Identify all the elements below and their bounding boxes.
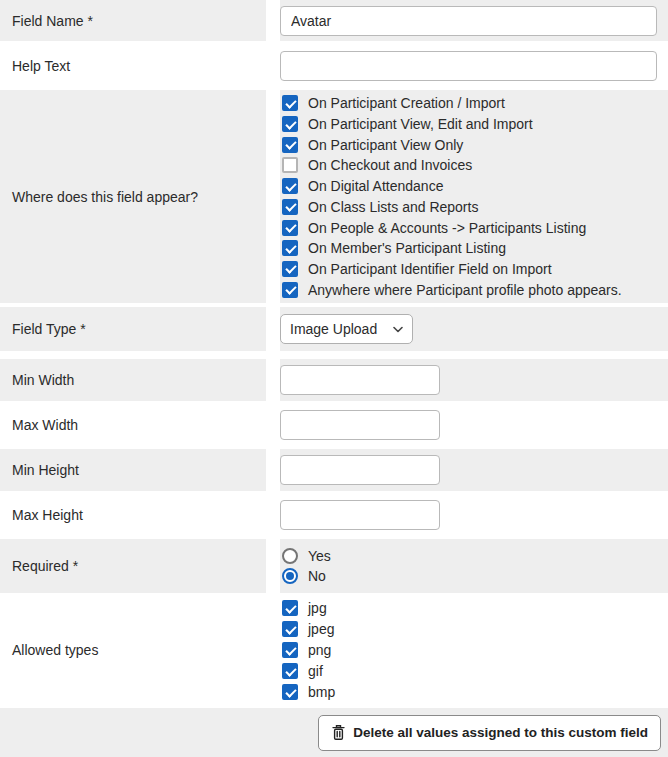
appear-row: Where does this field appear? On Partici…: [0, 90, 668, 303]
footer-bar: Delete all values assigned to this custo…: [0, 708, 668, 757]
checkbox-icon[interactable]: [282, 116, 298, 132]
max-height-input[interactable]: [280, 500, 440, 530]
appear-option-participants-listing[interactable]: On People & Accounts -> Participants Lis…: [280, 217, 668, 238]
min-height-row: Min Height: [0, 449, 668, 491]
field-name-label: Field Name *: [0, 0, 266, 41]
appear-option-checkout-invoices[interactable]: On Checkout and Invoices: [280, 155, 668, 176]
allowed-types-row: Allowed types jpg jpeg png gif: [0, 596, 668, 704]
allowed-type-jpg[interactable]: jpg: [280, 598, 668, 619]
required-label: Required *: [0, 539, 266, 593]
checkbox-label: On Participant View, Edit and Import: [308, 116, 533, 132]
cell-divider: [266, 539, 280, 593]
checkbox-icon[interactable]: [282, 642, 298, 658]
checkbox-icon[interactable]: [282, 199, 298, 215]
checkbox-label: On Digital Attendance: [308, 178, 443, 194]
allowed-type-png[interactable]: png: [280, 640, 668, 661]
checkbox-icon[interactable]: [282, 663, 298, 679]
radio-icon[interactable]: [282, 568, 298, 584]
cell-divider: [266, 307, 280, 351]
help-text-row: Help Text: [0, 45, 668, 86]
cell-divider: [266, 359, 280, 401]
cell-divider: [266, 449, 280, 491]
cell-divider: [266, 90, 280, 303]
required-row: Required * Yes No: [0, 539, 668, 593]
max-width-input[interactable]: [280, 410, 440, 440]
field-type-label: Field Type *: [0, 307, 266, 351]
help-text-input[interactable]: [280, 51, 657, 81]
cell-divider: [266, 596, 280, 704]
field-name-row: Field Name *: [0, 0, 668, 41]
required-option-yes[interactable]: Yes: [280, 546, 668, 566]
checkbox-label: gif: [308, 663, 323, 679]
min-height-label: Min Height: [0, 449, 266, 491]
max-width-label: Max Width: [0, 404, 266, 446]
checkbox-label: png: [308, 642, 331, 658]
min-width-row: Min Width: [0, 359, 668, 401]
field-type-row: Field Type * Image Upload: [0, 307, 668, 351]
radio-label: No: [308, 568, 326, 584]
checkbox-icon[interactable]: [282, 282, 298, 298]
required-options-list: Yes No: [280, 546, 668, 586]
allowed-type-jpeg[interactable]: jpeg: [280, 619, 668, 640]
checkbox-icon[interactable]: [282, 684, 298, 700]
max-height-row: Max Height: [0, 494, 668, 536]
appear-option-participant-creation[interactable]: On Participant Creation / Import: [280, 93, 668, 114]
cell-divider: [266, 0, 280, 41]
custom-field-form: Field Name * Help Text Where does this f…: [0, 0, 668, 757]
checkbox-label: Anywhere where Participant profile photo…: [308, 282, 622, 298]
help-text-label: Help Text: [0, 45, 266, 86]
checkbox-label: On Participant Creation / Import: [308, 95, 505, 111]
max-width-row: Max Width: [0, 404, 668, 446]
allowed-types-label: Allowed types: [0, 596, 266, 704]
checkbox-label: bmp: [308, 684, 335, 700]
appear-option-view-only[interactable]: On Participant View Only: [280, 134, 668, 155]
trash-icon: [331, 724, 346, 741]
field-type-selected-value: Image Upload: [290, 321, 377, 337]
checkbox-label: jpeg: [308, 621, 334, 637]
checkbox-icon[interactable]: [282, 178, 298, 194]
min-width-label: Min Width: [0, 359, 266, 401]
checkbox-label: On Member's Participant Listing: [308, 240, 506, 256]
min-width-input[interactable]: [280, 365, 440, 395]
checkbox-label: On People & Accounts -> Participants Lis…: [308, 220, 586, 236]
appear-option-identifier-field-import[interactable]: On Participant Identifier Field on Impor…: [280, 259, 668, 280]
required-option-no[interactable]: No: [280, 566, 668, 586]
checkbox-icon[interactable]: [282, 240, 298, 256]
checkbox-icon[interactable]: [282, 621, 298, 637]
allowed-types-list: jpg jpeg png gif bmp: [280, 598, 668, 703]
checkbox-label: jpg: [308, 600, 327, 616]
radio-icon[interactable]: [282, 548, 298, 564]
checkbox-icon[interactable]: [282, 220, 298, 236]
checkbox-icon[interactable]: [282, 95, 298, 111]
checkbox-icon[interactable]: [282, 137, 298, 153]
checkbox-label: On Class Lists and Reports: [308, 199, 478, 215]
radio-label: Yes: [308, 548, 331, 564]
allowed-type-gif[interactable]: gif: [280, 661, 668, 682]
delete-all-values-button[interactable]: Delete all values assigned to this custo…: [318, 715, 661, 751]
cell-divider: [266, 45, 280, 86]
appear-option-profile-photo[interactable]: Anywhere where Participant profile photo…: [280, 279, 668, 300]
field-type-select[interactable]: Image Upload: [280, 314, 413, 344]
allowed-type-bmp[interactable]: bmp: [280, 682, 668, 703]
checkbox-icon[interactable]: [282, 157, 298, 173]
appear-option-members-participant-listing[interactable]: On Member's Participant Listing: [280, 238, 668, 259]
cell-divider: [266, 404, 280, 446]
appear-label: Where does this field appear?: [0, 90, 266, 303]
min-height-input[interactable]: [280, 455, 440, 485]
cell-divider: [266, 494, 280, 536]
checkbox-icon[interactable]: [282, 261, 298, 277]
checkbox-icon[interactable]: [282, 600, 298, 616]
max-height-label: Max Height: [0, 494, 266, 536]
checkbox-label: On Participant View Only: [308, 137, 463, 153]
delete-all-values-button-label: Delete all values assigned to this custo…: [353, 725, 648, 740]
appear-option-class-lists[interactable]: On Class Lists and Reports: [280, 197, 668, 218]
checkbox-label: On Checkout and Invoices: [308, 157, 472, 173]
chevron-down-icon: [393, 326, 403, 333]
appear-option-digital-attendance[interactable]: On Digital Attendance: [280, 176, 668, 197]
appear-option-view-edit-import[interactable]: On Participant View, Edit and Import: [280, 114, 668, 135]
checkbox-label: On Participant Identifier Field on Impor…: [308, 261, 552, 277]
appear-options-list: On Participant Creation / Import On Part…: [280, 93, 668, 300]
field-name-input[interactable]: [280, 6, 657, 36]
